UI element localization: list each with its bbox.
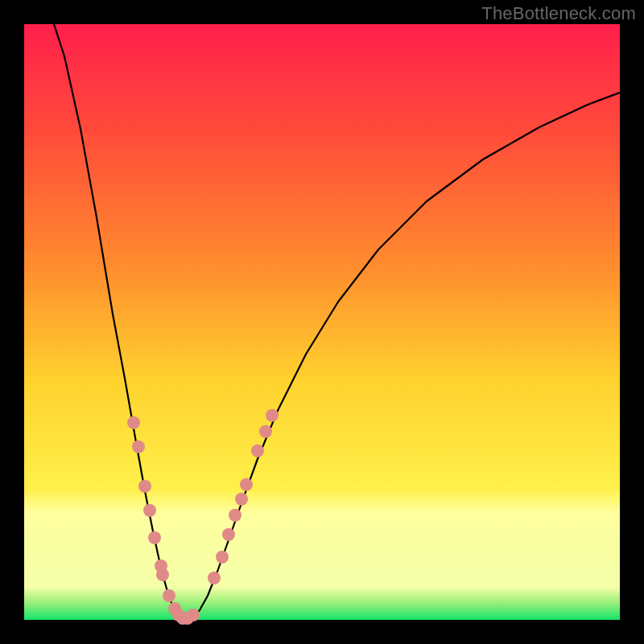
marker-dot — [187, 609, 200, 621]
marker-dot — [132, 440, 145, 453]
marker-dot — [127, 416, 140, 429]
marker-dot — [163, 589, 175, 602]
marker-dot — [208, 572, 221, 584]
marker-dot — [229, 509, 242, 522]
marker-dot — [251, 444, 264, 457]
marker-dot — [235, 493, 248, 506]
marker-dot — [138, 480, 151, 493]
marker-dot — [156, 568, 169, 581]
watermark-text: TheBottleneck.com — [481, 3, 636, 24]
marker-dot — [216, 551, 229, 564]
chart-svg — [0, 0, 644, 644]
marker-dot — [143, 504, 156, 517]
marker-dot — [259, 425, 272, 438]
marker-dot — [266, 409, 279, 422]
chart-frame: TheBottleneck.com — [0, 0, 644, 644]
marker-dot — [148, 531, 161, 544]
marker-dot — [240, 478, 253, 491]
marker-dot — [222, 528, 235, 541]
